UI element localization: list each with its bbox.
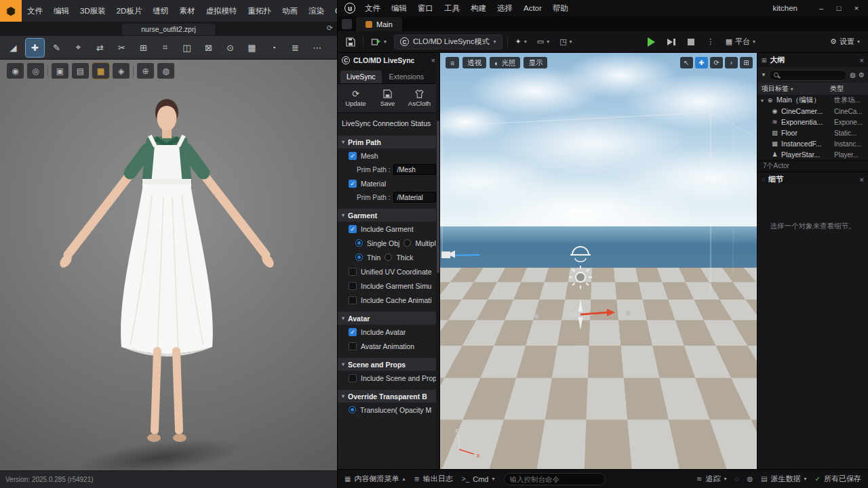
ue-menu-file[interactable]: 文件 xyxy=(359,3,386,14)
tab-extensions[interactable]: Extensions xyxy=(383,70,430,83)
perspective-dropdown[interactable]: 透视 xyxy=(462,57,486,68)
md-menu-2d-pattern[interactable]: 2D板片 xyxy=(111,6,148,16)
cache-anim-checkbox[interactable] xyxy=(349,296,357,304)
tab-livesync[interactable]: LiveSync xyxy=(340,70,382,83)
texture-show-button[interactable]: ◈ xyxy=(113,63,130,79)
column-type[interactable]: 类型 xyxy=(830,84,864,94)
close-icon[interactable]: × xyxy=(860,176,864,184)
output-log-button[interactable]: ≣ 输出日志 xyxy=(414,474,452,484)
grid-tool-button[interactable]: ⊞ xyxy=(134,39,153,57)
md-menu-3d-garment[interactable]: 3D服装 xyxy=(75,6,111,16)
derived-data-dropdown[interactable]: ▤ 派生数据 ▾ xyxy=(761,474,806,484)
expand-tools-button[interactable]: › xyxy=(725,57,738,68)
include-scene-checkbox[interactable] xyxy=(349,374,357,382)
md-document-tab[interactable]: nurse_outfit2.zprj xyxy=(122,24,215,35)
column-item-label[interactable]: 项目标签 ▾ xyxy=(762,84,830,94)
md-3d-viewport[interactable]: ◉ ◎ ▣ ▤ ▦ ◈ ⊕ ◍ xyxy=(0,60,337,470)
ue-menu-help[interactable]: 帮助 xyxy=(547,3,574,14)
md-menu-edit[interactable]: 编辑 xyxy=(48,6,75,16)
panel-tool-button[interactable]: ◫ xyxy=(178,39,196,57)
source-control-status[interactable]: ✓ 所有已保存 xyxy=(815,474,861,484)
viewport-options-button[interactable]: ≡ xyxy=(446,57,459,68)
mesh-path-input[interactable] xyxy=(393,164,436,175)
show-flags-dropdown[interactable]: 显示 xyxy=(524,57,547,68)
outliner-header[interactable]: ⊞ 大纲 × xyxy=(757,53,868,67)
md-menu-file[interactable]: 文件 xyxy=(22,6,48,16)
include-garment-checkbox[interactable]: ✓ xyxy=(349,225,357,233)
md-menu-retopology[interactable]: 重拓扑 xyxy=(242,6,277,16)
unreal-logo-icon[interactable]: u xyxy=(344,3,355,14)
save-button[interactable] xyxy=(343,35,358,49)
ue-menu-window[interactable]: 窗口 xyxy=(412,3,439,14)
outliner-search-box[interactable] xyxy=(769,70,847,81)
avatar-show-button[interactable]: ◉ xyxy=(7,63,24,79)
play-options-button[interactable]: ⋮ xyxy=(703,35,718,49)
scrollbar[interactable] xyxy=(436,53,439,469)
material-path-input[interactable] xyxy=(393,192,436,203)
outliner-row-instancedfoliage[interactable]: ▩ InstancedF... Instanc... xyxy=(757,138,868,149)
thin-radio[interactable] xyxy=(355,253,363,261)
circle-tool-button[interactable]: ⊙ xyxy=(221,39,239,57)
translucent-radio[interactable] xyxy=(349,406,356,413)
livesync-panel-header[interactable]: C CLO/MD LiveSync × xyxy=(338,53,439,68)
cinematics-dropdown[interactable]: ▭ ▾ xyxy=(534,35,552,49)
move-tool-button[interactable]: ✚ xyxy=(695,57,708,68)
level-viewport[interactable]: z x ≡ 透视 ◐ 光照 显示 ↖ ✚ ⟳ xyxy=(440,53,757,469)
point-edit-tool-button[interactable]: ⌖ xyxy=(69,39,87,57)
more-tools-button[interactable]: ⋯ xyxy=(308,39,326,57)
outliner-row-floor[interactable]: ▧ Floor Static... xyxy=(757,127,868,138)
outliner-row-playerstart[interactable]: ♟ PlayerStar... Player... xyxy=(757,149,868,160)
md-menu-animation[interactable]: 动画 xyxy=(277,6,303,16)
details-header[interactable]: ◌ 细节 × xyxy=(757,172,868,186)
minimize-button[interactable]: – xyxy=(812,0,830,16)
md-menu-connect[interactable]: CONNE xyxy=(330,7,337,15)
ue-menu-edit[interactable]: 编辑 xyxy=(386,3,412,14)
cmd-dropdown[interactable]: >_ Cmd ▾ xyxy=(462,475,495,483)
sphere-display-button[interactable]: ◍ xyxy=(157,63,174,79)
thick-radio[interactable] xyxy=(384,253,392,261)
outliner-search-input[interactable] xyxy=(781,70,842,79)
pin-tool-button[interactable]: ⊠ xyxy=(199,39,218,57)
outliner-row-cinecamera[interactable]: ◉ CineCamer... CineCa... xyxy=(757,106,868,117)
content-drawer-button[interactable]: ▦ 内容侧滑菜单 ▴ xyxy=(344,474,405,484)
maximize-button[interactable]: □ xyxy=(830,0,848,16)
settings-dropdown[interactable]: ⚙ 设置 ▾ xyxy=(827,35,863,49)
pattern-tool-button[interactable]: ⌗ xyxy=(156,39,174,57)
rotate-tool-button[interactable]: ⟳ xyxy=(710,57,723,68)
expand-icon[interactable]: ▾ xyxy=(761,98,764,104)
mesh-tool-button[interactable]: ▦ xyxy=(243,39,261,57)
garment-sim-checkbox[interactable] xyxy=(349,282,357,290)
filter-icon[interactable]: ▼ xyxy=(761,72,766,78)
editor-modes-dropdown[interactable]: ◳ ▾ xyxy=(557,35,574,49)
section-scene-props[interactable]: ▾ Scene and Props xyxy=(338,358,436,371)
pattern-show-button[interactable]: ▤ xyxy=(72,63,89,79)
lit-mode-dropdown[interactable]: ◐ 光照 xyxy=(490,57,520,68)
include-avatar-checkbox[interactable]: ✓ xyxy=(349,328,357,336)
livesync-mode-dropdown[interactable]: C CLO/MD LiveSync模式 ▾ xyxy=(394,35,502,49)
ue-menu-build[interactable]: 构建 xyxy=(465,3,492,14)
measure-tool-button[interactable]: ◔ xyxy=(264,39,283,57)
save-usd-button[interactable]: Save xyxy=(372,89,403,107)
avatar-alt-show-button[interactable]: ◎ xyxy=(27,63,44,79)
md-logo-icon[interactable]: ⬢ xyxy=(0,0,22,22)
md-menu-sewing[interactable]: 缝纫 xyxy=(147,6,174,16)
select-tool-button[interactable]: ◢ xyxy=(4,39,22,57)
tab-main[interactable]: Main xyxy=(356,17,402,31)
multiple-object-radio[interactable] xyxy=(403,239,411,247)
view-settings-icon[interactable]: ⚙ xyxy=(859,71,865,79)
section-prim-path[interactable]: ▾ Prim Path xyxy=(338,136,436,148)
notifications-icon[interactable]: ◍ xyxy=(747,475,753,483)
material-checkbox[interactable]: ✓ xyxy=(349,180,357,188)
play-button[interactable] xyxy=(644,35,659,49)
refresh-icon[interactable]: ⟳ xyxy=(327,24,333,33)
update-button[interactable]: ⟳ Update xyxy=(340,90,371,107)
section-avatar[interactable]: ▾ Avatar xyxy=(338,312,436,325)
copy-view-icon[interactable]: ◍ xyxy=(850,71,856,79)
outliner-row-world[interactable]: ▾ ⊕ Main（编辑） 世界场... xyxy=(757,95,868,106)
md-menu-render[interactable]: 渲染 xyxy=(303,6,330,16)
avatar-nurse-outfit[interactable] xyxy=(45,94,289,447)
select-tool-button[interactable]: ↖ xyxy=(680,57,693,68)
ue-menu-actor[interactable]: Actor xyxy=(518,4,547,12)
ue-menu-tools[interactable]: 工具 xyxy=(439,3,465,14)
editor-icon[interactable] xyxy=(342,19,352,29)
